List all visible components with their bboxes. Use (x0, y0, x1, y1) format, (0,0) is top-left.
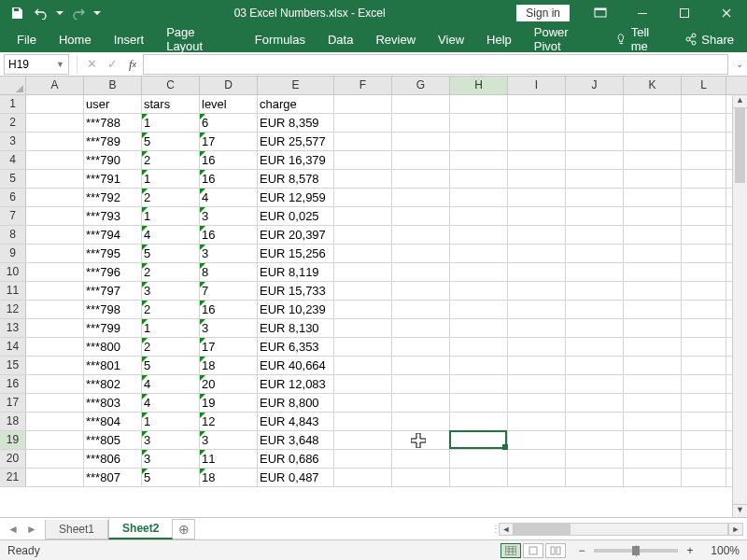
row-header-18[interactable]: 18 (0, 413, 26, 430)
column-header-J[interactable]: J (566, 77, 624, 94)
cell-H17[interactable] (450, 394, 508, 412)
cell-J17[interactable] (566, 394, 624, 412)
cell-L7[interactable] (682, 207, 726, 225)
cell-G7[interactable] (392, 207, 450, 225)
cell-D20[interactable]: 11 (200, 450, 258, 468)
row-header-9[interactable]: 9 (0, 245, 26, 262)
cell-L10[interactable] (682, 263, 726, 281)
cell-B4[interactable]: ***790 (84, 151, 142, 169)
cell-G5[interactable] (392, 170, 450, 188)
row-header-7[interactable]: 7 (0, 207, 26, 225)
cell-H5[interactable] (450, 170, 508, 188)
signin-button[interactable]: Sign in (516, 5, 570, 21)
cell-G3[interactable] (392, 133, 450, 150)
cell-F15[interactable] (334, 357, 392, 374)
cell-A7[interactable] (26, 207, 84, 225)
cell-L21[interactable] (682, 469, 726, 486)
column-header-G[interactable]: G (392, 77, 450, 94)
cell-A16[interactable] (26, 375, 84, 393)
cell-D18[interactable]: 12 (200, 413, 258, 430)
cell-H10[interactable] (450, 263, 508, 281)
cell-K8[interactable] (624, 226, 682, 244)
cell-F11[interactable] (334, 282, 392, 300)
cell-K14[interactable] (624, 338, 682, 356)
cell-L13[interactable] (682, 319, 726, 337)
row-header-21[interactable]: 21 (0, 469, 26, 486)
cell-G1[interactable] (392, 95, 450, 113)
cell-C16[interactable]: 4 (142, 375, 200, 393)
cell-I16[interactable] (508, 375, 566, 393)
cell-H3[interactable] (450, 133, 508, 150)
row-header-3[interactable]: 3 (0, 133, 26, 150)
tab-file[interactable]: File (6, 29, 48, 50)
cell-I17[interactable] (508, 394, 566, 412)
cell-J7[interactable] (566, 207, 624, 225)
undo-button[interactable] (30, 2, 52, 24)
cell-L12[interactable] (682, 301, 726, 318)
cell-B11[interactable]: ***797 (84, 282, 142, 300)
cell-K6[interactable] (624, 189, 682, 206)
cell-D12[interactable]: 16 (200, 301, 258, 318)
cell-B13[interactable]: ***799 (84, 319, 142, 337)
cell-I13[interactable] (508, 319, 566, 337)
cell-C1[interactable]: stars (142, 95, 200, 113)
tab-formulas[interactable]: Formulas (244, 29, 317, 50)
cell-K3[interactable] (624, 133, 682, 150)
column-header-D[interactable]: D (200, 77, 258, 94)
cell-J6[interactable] (566, 189, 624, 206)
cell-I21[interactable] (508, 469, 566, 486)
cell-I1[interactable] (508, 95, 566, 113)
row-header-15[interactable]: 15 (0, 357, 26, 374)
cell-C12[interactable]: 2 (142, 301, 200, 318)
cell-J3[interactable] (566, 133, 624, 150)
cell-H20[interactable] (450, 450, 508, 468)
cell-F4[interactable] (334, 151, 392, 169)
cell-F2[interactable] (334, 114, 392, 132)
cell-J4[interactable] (566, 151, 624, 169)
cell-F14[interactable] (334, 338, 392, 356)
cell-B16[interactable]: ***802 (84, 375, 142, 393)
cell-E11[interactable]: EUR 15,733 (258, 282, 334, 300)
cell-K9[interactable] (624, 245, 682, 262)
cell-E3[interactable]: EUR 25,577 (258, 133, 334, 150)
tab-review[interactable]: Review (364, 29, 427, 50)
cell-L15[interactable] (682, 357, 726, 374)
qat-customize[interactable] (92, 2, 103, 24)
cell-H11[interactable] (450, 282, 508, 300)
cell-D2[interactable]: 6 (200, 114, 258, 132)
cell-I8[interactable] (508, 226, 566, 244)
cell-H9[interactable] (450, 245, 508, 262)
cell-E18[interactable]: EUR 4,843 (258, 413, 334, 430)
cell-J18[interactable] (566, 413, 624, 430)
cell-J12[interactable] (566, 301, 624, 318)
cell-F5[interactable] (334, 170, 392, 188)
cell-A1[interactable] (26, 95, 84, 113)
cell-K21[interactable] (624, 469, 682, 486)
cell-H1[interactable] (450, 95, 508, 113)
sheet-nav-next[interactable]: ► (24, 523, 39, 536)
cell-H2[interactable] (450, 114, 508, 132)
cell-B6[interactable]: ***792 (84, 189, 142, 206)
row-header-11[interactable]: 11 (0, 282, 26, 300)
cell-E4[interactable]: EUR 16,379 (258, 151, 334, 169)
cell-E7[interactable]: EUR 0,025 (258, 207, 334, 225)
cell-B1[interactable]: user (84, 95, 142, 113)
cell-F1[interactable] (334, 95, 392, 113)
row-header-14[interactable]: 14 (0, 338, 26, 356)
cell-G8[interactable] (392, 226, 450, 244)
cell-C18[interactable]: 1 (142, 413, 200, 430)
cell-D16[interactable]: 20 (200, 375, 258, 393)
page-layout-view-button[interactable] (523, 543, 543, 558)
zoom-out-button[interactable]: − (575, 544, 588, 557)
scroll-up-arrow[interactable]: ▲ (733, 95, 747, 108)
cell-I2[interactable] (508, 114, 566, 132)
row-header-12[interactable]: 12 (0, 301, 26, 318)
cell-A17[interactable] (26, 394, 84, 412)
tell-me-button[interactable]: Tell me (608, 23, 673, 55)
undo-dropdown[interactable] (54, 2, 65, 24)
cell-D15[interactable]: 18 (200, 357, 258, 374)
cell-I4[interactable] (508, 151, 566, 169)
column-header-F[interactable]: F (334, 77, 392, 94)
cell-C8[interactable]: 4 (142, 226, 200, 244)
cell-E6[interactable]: EUR 12,959 (258, 189, 334, 206)
